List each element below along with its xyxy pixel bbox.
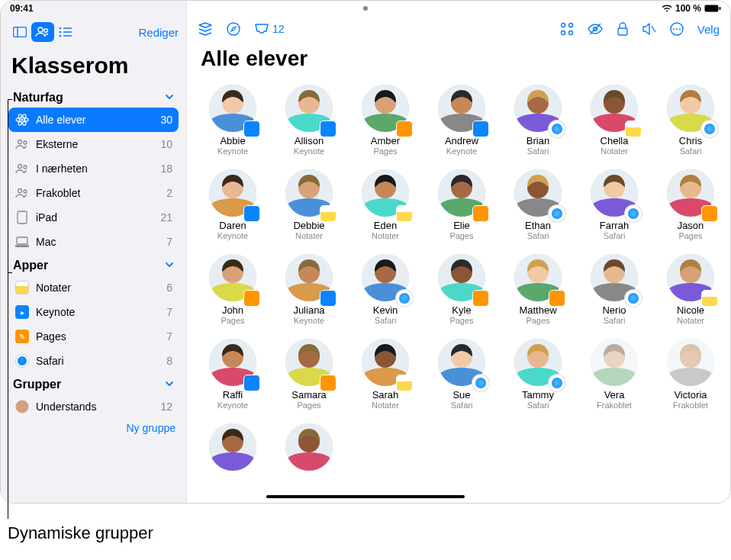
lock-button[interactable]: [617, 22, 629, 36]
main-toolbar: 12 Velg: [187, 18, 730, 42]
student-name: Daren: [219, 220, 246, 231]
student-cell[interactable]: FarrahSafari: [582, 169, 646, 240]
student-cell[interactable]: EdenNotater: [353, 169, 417, 240]
svg-point-16: [18, 140, 22, 144]
svg-rect-22: [18, 211, 27, 224]
student-cell[interactable]: SamaraPages: [277, 339, 341, 410]
sidebar-toolbar: Rediger: [1, 18, 186, 48]
student-cell[interactable]: KevinSafari: [353, 254, 417, 325]
chevron-down-icon: [165, 378, 174, 391]
keynote-badge-icon: [320, 290, 337, 307]
battery-icon: [704, 5, 721, 12]
sidebar-row-eksterne[interactable]: Eksterne10: [8, 132, 179, 156]
student-cell[interactable]: NerioSafari: [582, 254, 646, 325]
student-name: Sue: [452, 389, 470, 401]
student-cell[interactable]: [277, 423, 341, 474]
inbox-button[interactable]: 12: [254, 23, 285, 35]
navigate-button[interactable]: [227, 22, 240, 36]
student-cell[interactable]: KylePages: [430, 254, 494, 325]
main-panel: 12 Velg Alle elever AbbieKeynoteAllisonK…: [187, 1, 730, 503]
sidebar-row-safari[interactable]: Safari8: [8, 349, 179, 373]
svg-point-21: [24, 190, 27, 193]
student-avatar: [285, 423, 333, 471]
svg-line-33: [652, 26, 655, 32]
student-app: Pages: [373, 146, 397, 156]
student-cell[interactable]: AbbieKeynote: [201, 85, 265, 156]
status-battery-text: 100 %: [675, 3, 701, 14]
student-cell[interactable]: AllisonKeynote: [277, 85, 341, 156]
atom-icon: [14, 112, 30, 127]
people-icon: [14, 185, 30, 201]
student-cell[interactable]: EliePages: [430, 169, 494, 240]
sidebar-row-keynote[interactable]: ▸Keynote7: [8, 300, 179, 324]
people-icon: [14, 161, 30, 176]
sidebar-row-i-nærheten[interactable]: I nærheten18: [8, 156, 179, 181]
new-group-button[interactable]: Ny gruppe: [1, 419, 186, 437]
student-cell[interactable]: MatthewPages: [506, 254, 570, 325]
select-button[interactable]: Velg: [697, 23, 720, 36]
student-name: Nicole: [677, 304, 704, 316]
annotation-label: Dynamiske grupper: [8, 523, 153, 543]
student-cell[interactable]: SarahNotater: [353, 339, 417, 410]
sidebar-row-understands[interactable]: Understands12: [8, 394, 179, 419]
student-app: Pages: [526, 316, 549, 325]
student-cell[interactable]: VictoriaFrakoblet: [659, 339, 723, 410]
sidebar-row-count: 7: [166, 330, 172, 343]
mute-button[interactable]: [642, 23, 656, 35]
open-app-button[interactable]: [198, 22, 213, 36]
app-keynote-icon: ▸: [14, 304, 30, 320]
student-cell[interactable]: AndrewKeynote: [430, 85, 494, 156]
student-cell[interactable]: ChrisSafari: [659, 85, 723, 156]
edit-button[interactable]: Rediger: [138, 26, 179, 39]
student-cell[interactable]: [201, 423, 265, 474]
home-indicator[interactable]: [266, 495, 465, 498]
sidebar-row-notater[interactable]: Notater6: [8, 275, 179, 300]
student-cell[interactable]: EthanSafari: [506, 169, 570, 240]
sidebar-row-ipad[interactable]: iPad21: [8, 205, 179, 230]
student-cell[interactable]: JasonPages: [659, 169, 723, 240]
student-cell[interactable]: JohnPages: [201, 254, 265, 325]
student-cell[interactable]: NicoleNotater: [659, 254, 723, 325]
sidebar-row-frakoblet[interactable]: Frakoblet2: [8, 181, 179, 205]
view-list-button[interactable]: [54, 22, 77, 42]
more-button[interactable]: [670, 22, 684, 36]
student-cell[interactable]: AmberPages: [353, 85, 417, 156]
section-header[interactable]: Naturfag: [8, 86, 179, 108]
student-cell[interactable]: DebbieNotater: [277, 169, 341, 240]
section-header[interactable]: Grupper: [8, 373, 179, 394]
student-cell[interactable]: TammySafari: [506, 339, 570, 410]
student-name: John: [222, 304, 243, 316]
student-cell[interactable]: ChellaNotater: [582, 85, 646, 156]
avatar-icon: [14, 399, 30, 414]
student-app: Pages: [297, 401, 320, 410]
pages-badge-icon: [396, 121, 413, 137]
student-cell[interactable]: RaffiKeynote: [201, 339, 265, 410]
keynote-badge-icon: [243, 121, 260, 137]
student-app: Notater: [677, 316, 704, 325]
sidebar-row-mac[interactable]: Mac7: [8, 230, 179, 254]
sidebar-row-count: 30: [160, 114, 172, 126]
student-cell[interactable]: DarenKeynote: [201, 169, 265, 240]
student-cell[interactable]: JulianaKeynote: [277, 254, 341, 325]
status-time: 09:41: [10, 3, 34, 14]
section-header[interactable]: Apper: [8, 254, 179, 275]
safari-badge-icon: [396, 290, 413, 307]
student-cell[interactable]: VeraFrakoblet: [582, 339, 646, 410]
student-cell[interactable]: BrianSafari: [506, 85, 570, 156]
view-people-button[interactable]: [31, 22, 54, 42]
svg-point-5: [44, 29, 48, 33]
view-panel-button[interactable]: [8, 22, 31, 42]
safari-badge-icon: [701, 121, 718, 137]
student-app: Frakoblet: [597, 401, 632, 410]
wifi-icon: [662, 5, 672, 12]
sidebar-row-pages[interactable]: ✎Pages7: [8, 324, 179, 349]
student-name: Amber: [371, 135, 400, 146]
svg-point-4: [38, 27, 43, 32]
student-app: Notater: [372, 231, 399, 240]
hide-button[interactable]: [588, 23, 603, 35]
sidebar-row-count: 10: [160, 138, 172, 150]
student-cell[interactable]: SueSafari: [430, 339, 494, 410]
sidebar-row-alle-elever[interactable]: Alle elever30: [8, 108, 179, 132]
pages-badge-icon: [472, 205, 489, 222]
grid-button[interactable]: [560, 22, 574, 36]
